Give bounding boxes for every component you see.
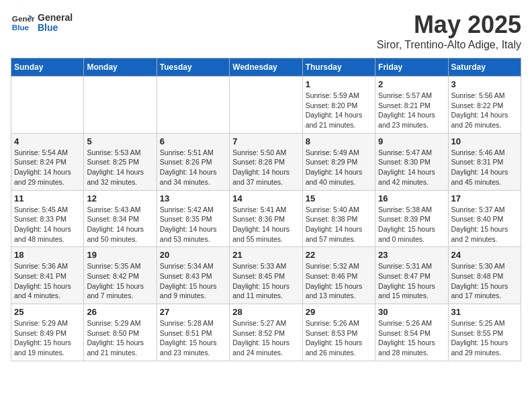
day-header-thursday: Thursday	[302, 58, 375, 77]
day-number: 8	[306, 136, 372, 146]
day-number: 4	[14, 136, 81, 146]
day-detail: Sunrise: 5:30 AM Sunset: 8:48 PM Dayligh…	[451, 261, 518, 301]
calendar-cell: 22Sunrise: 5:32 AM Sunset: 8:46 PM Dayli…	[302, 247, 375, 304]
day-header-monday: Monday	[84, 58, 157, 77]
calendar-cell: 30Sunrise: 5:26 AM Sunset: 8:54 PM Dayli…	[375, 304, 448, 361]
day-number: 11	[14, 193, 81, 203]
day-number: 1	[306, 79, 372, 89]
calendar-cell: 25Sunrise: 5:29 AM Sunset: 8:49 PM Dayli…	[11, 304, 84, 361]
day-number: 20	[160, 250, 226, 260]
day-number: 29	[306, 307, 372, 317]
calendar-cell: 13Sunrise: 5:42 AM Sunset: 8:35 PM Dayli…	[157, 190, 229, 247]
day-detail: Sunrise: 5:43 AM Sunset: 8:34 PM Dayligh…	[87, 205, 153, 244]
calendar-cell: 23Sunrise: 5:31 AM Sunset: 8:47 PM Dayli…	[375, 247, 448, 304]
day-number: 30	[378, 307, 445, 317]
calendar-cell: 31Sunrise: 5:25 AM Sunset: 8:55 PM Dayli…	[448, 304, 521, 361]
logo: General Blue General Blue	[11, 11, 73, 35]
day-detail: Sunrise: 5:51 AM Sunset: 8:26 PM Dayligh…	[160, 148, 226, 187]
day-number: 7	[232, 136, 299, 146]
day-number: 18	[14, 250, 81, 260]
calendar-subtitle: Siror, Trentino-Alto Adige, Italy	[377, 39, 521, 51]
day-detail: Sunrise: 5:47 AM Sunset: 8:30 PM Dayligh…	[378, 148, 445, 187]
calendar-cell: 14Sunrise: 5:41 AM Sunset: 8:36 PM Dayli…	[230, 190, 302, 247]
day-number: 22	[306, 250, 372, 260]
day-header-sunday: Sunday	[11, 58, 84, 77]
calendar-cell: 20Sunrise: 5:34 AM Sunset: 8:43 PM Dayli…	[157, 247, 229, 304]
calendar-cell: 10Sunrise: 5:46 AM Sunset: 8:31 PM Dayli…	[448, 133, 521, 190]
day-detail: Sunrise: 5:46 AM Sunset: 8:31 PM Dayligh…	[451, 148, 518, 187]
day-number: 23	[378, 250, 445, 260]
week-row-2: 4Sunrise: 5:54 AM Sunset: 8:24 PM Daylig…	[11, 133, 521, 190]
logo-icon: General Blue	[11, 11, 35, 35]
day-detail: Sunrise: 5:50 AM Sunset: 8:28 PM Dayligh…	[232, 148, 299, 187]
calendar-cell: 24Sunrise: 5:30 AM Sunset: 8:48 PM Dayli…	[448, 247, 521, 304]
calendar-cell: 2Sunrise: 5:57 AM Sunset: 8:21 PM Daylig…	[375, 77, 448, 134]
calendar-body: 1Sunrise: 5:59 AM Sunset: 8:20 PM Daylig…	[11, 77, 521, 361]
day-detail: Sunrise: 5:54 AM Sunset: 8:24 PM Dayligh…	[14, 148, 81, 187]
day-detail: Sunrise: 5:45 AM Sunset: 8:33 PM Dayligh…	[14, 205, 81, 244]
day-number: 9	[378, 136, 445, 146]
calendar-cell: 1Sunrise: 5:59 AM Sunset: 8:20 PM Daylig…	[302, 77, 375, 134]
calendar-cell: 12Sunrise: 5:43 AM Sunset: 8:34 PM Dayli…	[84, 190, 157, 247]
calendar-cell: 16Sunrise: 5:38 AM Sunset: 8:39 PM Dayli…	[375, 190, 448, 247]
day-header-tuesday: Tuesday	[157, 58, 229, 77]
calendar-cell: 27Sunrise: 5:28 AM Sunset: 8:51 PM Dayli…	[157, 304, 229, 361]
calendar-cell	[230, 77, 302, 134]
calendar-cell	[157, 77, 229, 134]
day-detail: Sunrise: 5:28 AM Sunset: 8:51 PM Dayligh…	[160, 318, 226, 358]
day-detail: Sunrise: 5:49 AM Sunset: 8:29 PM Dayligh…	[306, 148, 372, 187]
day-detail: Sunrise: 5:59 AM Sunset: 8:20 PM Dayligh…	[306, 91, 372, 130]
week-row-4: 18Sunrise: 5:36 AM Sunset: 8:41 PM Dayli…	[11, 247, 521, 304]
day-number: 3	[451, 79, 518, 89]
day-detail: Sunrise: 5:35 AM Sunset: 8:42 PM Dayligh…	[87, 261, 153, 301]
day-number: 17	[451, 193, 518, 203]
calendar-cell: 8Sunrise: 5:49 AM Sunset: 8:29 PM Daylig…	[302, 133, 375, 190]
day-number: 2	[378, 79, 445, 89]
calendar-cell: 3Sunrise: 5:56 AM Sunset: 8:22 PM Daylig…	[448, 77, 521, 134]
day-number: 14	[232, 193, 299, 203]
logo-general-text: General	[38, 13, 73, 23]
day-number: 19	[87, 250, 153, 260]
day-detail: Sunrise: 5:25 AM Sunset: 8:55 PM Dayligh…	[451, 318, 518, 358]
day-detail: Sunrise: 5:36 AM Sunset: 8:41 PM Dayligh…	[14, 261, 81, 301]
calendar-cell: 21Sunrise: 5:33 AM Sunset: 8:45 PM Dayli…	[230, 247, 302, 304]
svg-text:Blue: Blue	[12, 23, 30, 32]
calendar-table: SundayMondayTuesdayWednesdayThursdayFrid…	[11, 58, 521, 361]
day-detail: Sunrise: 5:40 AM Sunset: 8:38 PM Dayligh…	[306, 205, 372, 244]
day-detail: Sunrise: 5:34 AM Sunset: 8:43 PM Dayligh…	[160, 261, 226, 301]
day-detail: Sunrise: 5:33 AM Sunset: 8:45 PM Dayligh…	[232, 261, 299, 301]
logo-blue-text: Blue	[38, 23, 73, 33]
svg-text:General: General	[12, 14, 35, 23]
day-detail: Sunrise: 5:32 AM Sunset: 8:46 PM Dayligh…	[306, 261, 372, 301]
calendar-header-row: SundayMondayTuesdayWednesdayThursdayFrid…	[11, 58, 521, 77]
calendar-cell: 29Sunrise: 5:26 AM Sunset: 8:53 PM Dayli…	[302, 304, 375, 361]
logo-text: General Blue	[38, 13, 73, 34]
day-header-wednesday: Wednesday	[230, 58, 302, 77]
day-detail: Sunrise: 5:29 AM Sunset: 8:49 PM Dayligh…	[14, 318, 81, 358]
day-number: 25	[14, 307, 81, 317]
day-number: 5	[87, 136, 153, 146]
day-detail: Sunrise: 5:37 AM Sunset: 8:40 PM Dayligh…	[451, 205, 518, 244]
calendar-cell: 28Sunrise: 5:27 AM Sunset: 8:52 PM Dayli…	[230, 304, 302, 361]
day-number: 16	[378, 193, 445, 203]
calendar-cell: 4Sunrise: 5:54 AM Sunset: 8:24 PM Daylig…	[11, 133, 84, 190]
calendar-cell	[11, 77, 84, 134]
calendar-cell: 17Sunrise: 5:37 AM Sunset: 8:40 PM Dayli…	[448, 190, 521, 247]
calendar-cell	[84, 77, 157, 134]
calendar-cell: 9Sunrise: 5:47 AM Sunset: 8:30 PM Daylig…	[375, 133, 448, 190]
calendar-cell: 6Sunrise: 5:51 AM Sunset: 8:26 PM Daylig…	[157, 133, 229, 190]
week-row-5: 25Sunrise: 5:29 AM Sunset: 8:49 PM Dayli…	[11, 304, 521, 361]
calendar-cell: 11Sunrise: 5:45 AM Sunset: 8:33 PM Dayli…	[11, 190, 84, 247]
day-number: 28	[232, 307, 299, 317]
day-number: 31	[451, 307, 518, 317]
calendar-cell: 18Sunrise: 5:36 AM Sunset: 8:41 PM Dayli…	[11, 247, 84, 304]
day-detail: Sunrise: 5:26 AM Sunset: 8:53 PM Dayligh…	[306, 318, 372, 358]
calendar-cell: 19Sunrise: 5:35 AM Sunset: 8:42 PM Dayli…	[84, 247, 157, 304]
day-number: 21	[232, 250, 299, 260]
title-area: May 2025 Siror, Trentino-Alto Adige, Ita…	[377, 11, 521, 51]
day-number: 12	[87, 193, 153, 203]
calendar-title: May 2025	[377, 11, 521, 39]
header: General Blue General Blue May 2025 Siror…	[11, 11, 521, 51]
day-number: 27	[160, 307, 226, 317]
day-number: 26	[87, 307, 153, 317]
